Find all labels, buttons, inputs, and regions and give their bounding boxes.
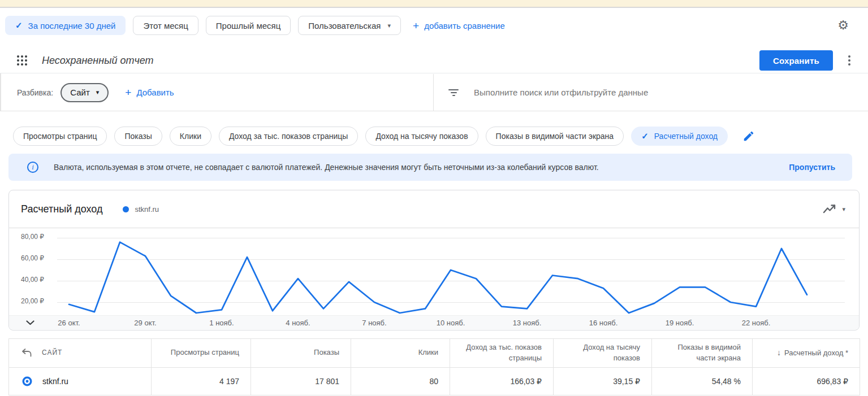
x-tick-label: 13 нояб. (502, 319, 552, 327)
metric-chips-row: Просмотры страниц Показы Клики Доход за … (13, 127, 855, 146)
chart-title: Расчетный доход (21, 203, 102, 215)
metric-chip-estimated-earnings[interactable]: ✓ Расчетный доход (631, 127, 728, 146)
currency-warning-banner: i Валюта, используемая в этом отчете, не… (8, 154, 852, 181)
dimension-value: Сайт (70, 88, 90, 97)
column-header-rpm-page[interactable]: Доход за тыс. показов страницы (450, 339, 554, 368)
metric-chip-label: Доход за тыс. показов страницы (229, 132, 348, 141)
edit-metrics-button[interactable] (742, 130, 755, 142)
chip-label: Пользовательская (308, 21, 381, 31)
clicks-cell: 80 (351, 367, 450, 395)
chart-type-button[interactable]: ▾ (823, 203, 845, 215)
chart-canvas (9, 228, 859, 316)
x-tick-label: 22 нояб. (731, 319, 781, 327)
date-range-chip-custom[interactable]: Пользовательская ▾ (298, 16, 401, 35)
add-comparison-button[interactable]: + добавить сравнение (413, 20, 505, 31)
column-label: Доход на тысячу показов (583, 343, 640, 362)
filter-area (434, 74, 868, 111)
x-tick-label: 19 нояб. (654, 319, 705, 327)
x-tick-label: 1 нояб. (196, 319, 247, 327)
date-range-toolbar: ✓ За последние 30 дней Этот месяц Прошлы… (5, 16, 849, 35)
column-label: Показы в видимой части экрана (677, 343, 741, 362)
column-header-rpm-impressions[interactable]: Доход на тысячу показов (554, 339, 652, 368)
report-title: Несохраненный отчет (42, 55, 154, 67)
top-notice-strip (0, 0, 868, 7)
collapse-chart-button[interactable] (26, 320, 34, 325)
line-chart-icon (823, 203, 836, 215)
check-icon: ✓ (15, 20, 23, 31)
metric-chip-rpm-impressions[interactable]: Доход на тысячу показов (365, 127, 478, 146)
metric-chip-label: Просмотры страниц (23, 132, 97, 141)
estimated-earnings-cell: 696,83 ₽ (753, 367, 860, 395)
apps-grid-icon[interactable] (17, 55, 27, 66)
chevron-down-icon: ▾ (387, 22, 391, 29)
column-label: Просмотры страниц (171, 348, 239, 356)
date-range-chip-this-month[interactable]: Этот месяц (133, 16, 198, 35)
chevron-down-icon (26, 320, 34, 325)
column-label: Показы (314, 348, 339, 356)
revenue-line[interactable] (69, 242, 807, 313)
column-label: САЙТ (42, 348, 62, 358)
filter-icon (448, 89, 459, 96)
chevron-down-icon: ▾ (842, 206, 845, 213)
metric-chip-label: Показы в видимой части экрана (496, 132, 614, 141)
date-range-chip-last-month[interactable]: Прошлый месяц (206, 16, 291, 35)
search-filter-input[interactable] (474, 88, 791, 97)
metric-chip-label: Клики (180, 132, 201, 141)
column-header-viewability[interactable]: Показы в видимой части экрана (652, 339, 753, 368)
metric-chip-clicks[interactable]: Клики (170, 127, 211, 146)
column-label: Клики (418, 348, 438, 356)
metric-chip-label: Расчетный доход (654, 132, 718, 141)
table-header-row: САЙТ Просмотры страниц Показы Клики Дохо… (9, 339, 860, 368)
chip-label: Прошлый месяц (216, 21, 280, 31)
metric-chip-label: Показы (124, 132, 152, 141)
banner-text: Валюта, используемая в этом отчете, не с… (54, 163, 599, 172)
eye-visibility-icon[interactable] (21, 376, 33, 387)
plus-icon: + (125, 87, 131, 98)
chip-label: За последние 30 дней (28, 21, 116, 31)
add-dimension-label: Добавить (136, 88, 174, 97)
breakdown-label: Разбивка: (17, 88, 53, 97)
plus-icon: + (413, 20, 419, 31)
breakdown-controls: Разбивка: Сайт ▾ + Добавить (0, 74, 433, 111)
breakdown-row: Разбивка: Сайт ▾ + Добавить (0, 74, 868, 111)
chip-label: Этот месяц (143, 21, 188, 31)
x-tick-label: 26 окт. (44, 319, 94, 327)
metric-chip-pageviews[interactable]: Просмотры страниц (13, 127, 107, 146)
x-tick-label: 7 нояб. (349, 319, 400, 327)
metric-chip-impressions[interactable]: Показы (114, 127, 162, 146)
pageviews-cell: 4 197 (152, 367, 251, 395)
legend-label: stknf.ru (135, 205, 159, 214)
info-icon: i (27, 162, 38, 173)
report-header: Несохраненный отчет Сохранить (0, 48, 868, 73)
rpm-impressions-cell: 39,15 ₽ (554, 367, 652, 395)
add-dimension-button[interactable]: + Добавить (125, 87, 174, 98)
viewability-cell: 54,48 % (652, 367, 753, 395)
column-header-clicks[interactable]: Клики (351, 339, 450, 368)
dimension-select[interactable]: Сайт ▾ (61, 83, 109, 102)
column-header-pageviews[interactable]: Просмотры страниц (152, 339, 251, 368)
metric-chip-label: Доход на тысячу показов (375, 132, 468, 141)
impressions-cell: 17 801 (251, 367, 351, 395)
column-header-site[interactable]: САЙТ (9, 339, 152, 368)
metric-chip-viewability[interactable]: Показы в видимой части экрана (486, 127, 624, 146)
chart-card: Расчетный доход stknf.ru ▾ 80,00 ₽60,00 … (8, 190, 860, 330)
column-header-impressions[interactable]: Показы (251, 339, 351, 368)
rpm-page-cell: 166,03 ₽ (450, 367, 554, 395)
report-table: САЙТ Просмотры страниц Показы Клики Дохо… (8, 338, 860, 395)
chevron-down-icon: ▾ (96, 89, 100, 96)
chart-legend: stknf.ru (123, 205, 159, 214)
date-range-chip-last-30-days[interactable]: ✓ За последние 30 дней (5, 16, 126, 35)
kebab-menu-button[interactable] (846, 53, 853, 68)
check-icon: ✓ (641, 131, 649, 141)
metric-chip-rpm-page[interactable]: Доход за тыс. показов страницы (219, 127, 358, 146)
legend-dot (123, 206, 129, 212)
gear-icon: ⚙ (837, 18, 849, 32)
settings-gear-button[interactable]: ⚙ (837, 19, 849, 32)
x-tick-label: 29 окт. (120, 319, 171, 327)
sort-desc-icon: ↓ (777, 348, 781, 357)
column-header-estimated-earnings[interactable]: ↓Расчетный доход * (753, 339, 860, 368)
chart-x-axis: 26 окт.29 окт.1 нояб.4 нояб.7 нояб.10 но… (9, 315, 859, 329)
pencil-icon (742, 130, 755, 142)
dismiss-button[interactable]: Пропустить (789, 163, 835, 172)
save-button[interactable]: Сохранить (759, 50, 833, 71)
